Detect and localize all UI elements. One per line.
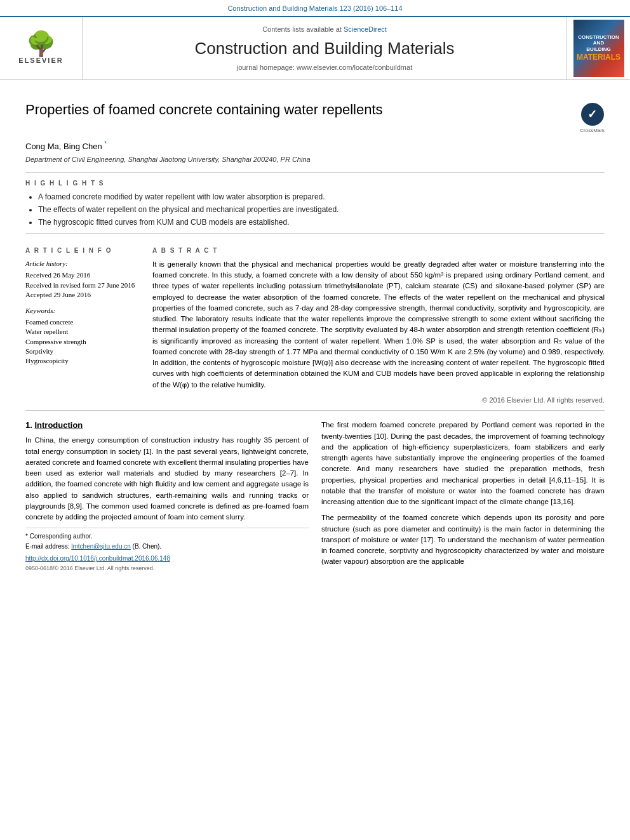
crossmark-label: CrossMark xyxy=(580,127,605,134)
footnote-email-suffix: (B. Chen). xyxy=(133,543,162,550)
article-accepted: Accepted 29 June 2016 xyxy=(25,290,140,300)
journal-homepage: journal homepage: www.elsevier.com/locat… xyxy=(237,63,412,72)
journal-header: 🌳 ELSEVIER Contents lists available at S… xyxy=(0,16,630,80)
intro-para-1: In China, the energy consumption of cons… xyxy=(25,435,309,523)
cover-title-building: Building xyxy=(586,46,611,53)
issn-text: 0950-0618/© 2016 Elsevier Ltd. All right… xyxy=(25,564,309,573)
highlight-item-1: A foamed concrete modified by water repe… xyxy=(38,192,605,203)
journal-ref-bar: Construction and Building Materials 123 … xyxy=(0,0,630,16)
intro-para-3: The permeability of the foamed concrete … xyxy=(321,512,605,567)
science-direct-link[interactable]: ScienceDirect xyxy=(344,25,387,33)
keyword-1: Foamed concrete xyxy=(25,317,140,327)
footnote-email-link[interactable]: lmtchen@sjtu.edu.cn xyxy=(71,543,131,550)
elsevier-wordmark: ELSEVIER xyxy=(18,56,63,65)
doi-link[interactable]: http://dx.doi.org/10.1016/j.conbuildmat.… xyxy=(25,555,170,562)
keyword-2: Water repellent xyxy=(25,327,140,337)
article-title-row: Properties of foamed concrete containing… xyxy=(25,100,605,134)
main-content-area: Properties of foamed concrete containing… xyxy=(0,80,630,583)
abstract-label: A B S T R A C T xyxy=(152,246,605,255)
abstract-text: It is generally known that the physical … xyxy=(152,259,605,390)
crossmark-area[interactable]: ✓ CrossMark xyxy=(580,103,605,134)
cover-title-and: and xyxy=(593,40,604,46)
author-names: Cong Ma, Bing Chen xyxy=(25,142,102,151)
copyright-text: © 2016 Elsevier Ltd. All rights reserved… xyxy=(152,396,605,405)
cover-title-construction: Construction xyxy=(578,34,619,41)
authors-line: Cong Ma, Bing Chen * xyxy=(25,140,605,153)
journal-reference: Construction and Building Materials 123 … xyxy=(0,0,630,16)
highlight-item-2: The effects of water repellent on the ph… xyxy=(38,204,605,215)
keywords-group: Keywords: Foamed concrete Water repellen… xyxy=(25,306,140,366)
journal-title-area: Contents lists available at ScienceDirec… xyxy=(83,17,566,79)
crossmark-icon[interactable]: ✓ xyxy=(581,103,604,126)
affiliation-text: Department of Civil Engineering, Shangha… xyxy=(25,155,605,164)
keywords-title: Keywords: xyxy=(25,306,140,316)
highlight-item-3: The hygroscopic fitted curves from KUM a… xyxy=(38,217,605,228)
keyword-5: Hygroscopicity xyxy=(25,356,140,366)
intro-num: 1. xyxy=(25,420,34,430)
article-received: Received 26 May 2016 xyxy=(25,270,140,280)
journal-cover-area: Construction and Building MATERIALS xyxy=(566,17,630,79)
body-right-column: The first modern foamed concrete prepare… xyxy=(321,420,605,572)
article-info-abstract-row: A R T I C L E I N F O Article history: R… xyxy=(25,240,605,405)
article-info-label: A R T I C L E I N F O xyxy=(25,246,140,255)
intro-title: Introduction xyxy=(34,420,83,430)
footnote-email-label: E-mail address: xyxy=(25,543,69,550)
intro-para-2: The first modern foamed concrete prepare… xyxy=(321,420,605,507)
corresponding-symbol: * xyxy=(104,140,107,147)
footnote-email: E-mail address: lmtchen@sjtu.edu.cn (B. … xyxy=(25,542,309,551)
article-title: Properties of foamed concrete containing… xyxy=(25,100,573,120)
footnote-area: * Corresponding author. E-mail address: … xyxy=(25,528,309,572)
highlights-list: A foamed concrete modified by water repe… xyxy=(25,192,605,227)
footnote-corresponding: * Corresponding author. xyxy=(25,532,309,541)
cover-title-materials: MATERIALS xyxy=(577,52,620,63)
journal-title: Construction and Building Materials xyxy=(195,37,455,60)
elsevier-logo-area: 🌳 ELSEVIER xyxy=(0,17,83,79)
article-history-group: Article history: Received 26 May 2016 Re… xyxy=(25,259,140,300)
body-left-column: 1. Introduction In China, the energy con… xyxy=(25,420,309,572)
divider-3 xyxy=(25,410,605,411)
keyword-3: Compressive strength xyxy=(25,337,140,347)
abstract-column: A B S T R A C T It is generally known th… xyxy=(152,240,605,405)
science-direct-text: Contents lists available at ScienceDirec… xyxy=(262,25,387,34)
article-info-column: A R T I C L E I N F O Article history: R… xyxy=(25,240,140,405)
article-history-title: Article history: xyxy=(25,259,140,269)
divider-1 xyxy=(25,172,605,173)
highlights-label: H I G H L I G H T S xyxy=(25,179,605,188)
journal-cover-image: Construction and Building MATERIALS xyxy=(573,20,624,77)
body-two-column: 1. Introduction In China, the energy con… xyxy=(25,420,605,572)
elsevier-tree-icon: 🌳 xyxy=(18,32,63,56)
intro-heading: 1. Introduction xyxy=(25,420,309,431)
divider-2 xyxy=(25,233,605,234)
keyword-4: Sorptivity xyxy=(25,347,140,356)
article-revised: Received in revised form 27 June 2016 xyxy=(25,281,140,290)
